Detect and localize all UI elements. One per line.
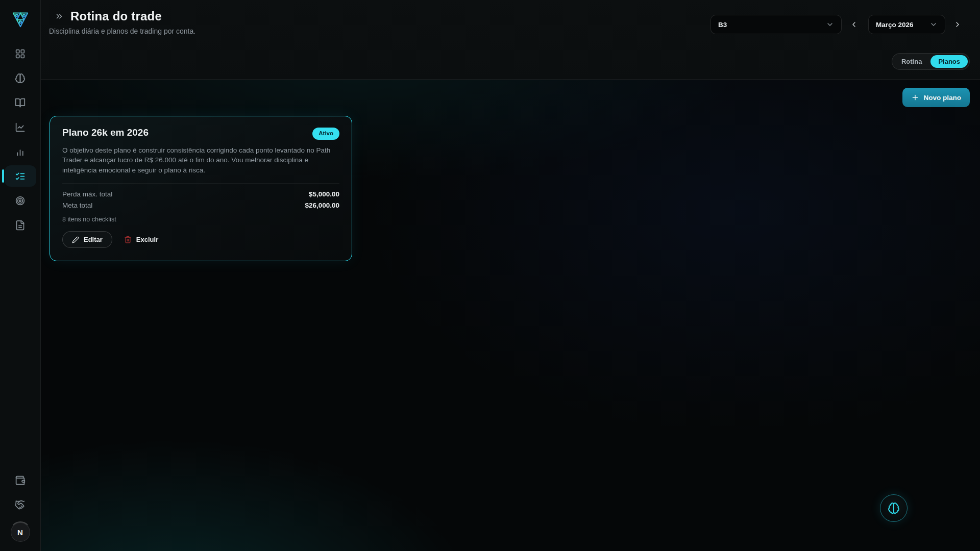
app-logo[interactable] — [9, 8, 32, 31]
next-month-button[interactable] — [950, 17, 965, 32]
header-title-block: Rotina do trade Disciplina diária e plan… — [49, 9, 195, 35]
sidebar-bottom: N — [5, 469, 36, 542]
trash-icon — [124, 236, 132, 243]
account-select-value: B3 — [718, 21, 727, 29]
wallet-icon — [15, 475, 26, 486]
line-chart-icon — [15, 122, 26, 133]
plan-card-title: Plano 26k em 2026 — [62, 127, 149, 138]
stat-value: $26,000.00 — [305, 202, 339, 209]
main-content: Novo plano Plano 26k em 2026 Ativo O obj… — [41, 80, 980, 551]
sidebar-item-performance[interactable] — [5, 116, 36, 138]
stat-value: $5,000.00 — [309, 190, 339, 198]
header-controls: B3 Março 2026 — [710, 14, 965, 35]
sidebar-item-partners[interactable] — [5, 494, 36, 515]
page-header: Rotina do trade Disciplina diária e plan… — [41, 0, 980, 80]
handshake-icon — [15, 499, 26, 510]
edit-button-label: Editar — [84, 236, 103, 243]
account-select[interactable]: B3 — [710, 15, 842, 34]
sidebar-item-stats[interactable] — [5, 141, 36, 162]
new-plan-button[interactable]: Novo plano — [902, 88, 970, 107]
plan-card-actions: Editar Excluir — [62, 231, 339, 248]
previous-month-button[interactable] — [847, 17, 861, 32]
checklist-icon — [15, 171, 26, 182]
status-badge: Ativo — [312, 128, 339, 140]
pencil-icon — [72, 236, 79, 243]
month-select[interactable]: Março 2026 — [868, 15, 945, 34]
sidebar-item-dashboard[interactable] — [5, 43, 36, 64]
divider — [62, 183, 339, 184]
stat-label: Perda máx. total — [62, 190, 112, 198]
chevrons-right-icon — [55, 12, 64, 21]
stat-row-max-loss: Perda máx. total $5,000.00 — [62, 190, 339, 198]
page-title: Rotina do trade — [70, 9, 162, 23]
dashboard-icon — [15, 48, 26, 59]
sidebar-item-reports[interactable] — [5, 214, 36, 236]
delete-button-label: Excluir — [136, 236, 158, 243]
document-icon — [15, 220, 26, 231]
view-tabs: Rotina Planos — [892, 53, 970, 70]
brain-icon — [15, 73, 26, 84]
delete-plan-button[interactable]: Excluir — [124, 236, 158, 243]
sidebar-item-journal[interactable] — [5, 92, 36, 113]
plan-description: O objetivo deste plano é construir consi… — [62, 145, 332, 176]
stat-row-total-goal: Meta total $26,000.00 — [62, 202, 339, 209]
new-plan-button-label: Novo plano — [924, 94, 962, 102]
brain-icon — [888, 502, 900, 514]
tab-rotina[interactable]: Rotina — [894, 55, 929, 68]
month-select-value: Março 2026 — [876, 21, 914, 29]
target-icon — [15, 195, 26, 206]
chevron-left-icon — [850, 20, 858, 29]
user-avatar[interactable]: N — [11, 522, 30, 542]
sidebar-item-mind[interactable] — [5, 67, 36, 89]
plus-icon — [911, 93, 919, 102]
sidebar: N — [0, 0, 41, 551]
sidebar-expand-button[interactable] — [55, 12, 64, 21]
sidebar-item-routine-checklist[interactable] — [5, 165, 36, 187]
stat-label: Meta total — [62, 202, 92, 209]
edit-plan-button[interactable]: Editar — [62, 231, 112, 248]
plan-card: Plano 26k em 2026 Ativo O objetivo deste… — [50, 116, 352, 261]
chevron-down-icon — [826, 20, 834, 29]
book-open-icon — [15, 97, 26, 108]
sidebar-item-goals[interactable] — [5, 190, 36, 211]
checklist-count-note: 8 itens no checklist — [62, 216, 339, 223]
chevron-down-icon — [929, 20, 938, 29]
tab-planos[interactable]: Planos — [930, 55, 968, 68]
bar-chart-icon — [15, 146, 26, 157]
chevron-right-icon — [953, 20, 962, 29]
sidebar-nav — [0, 43, 40, 236]
ai-assistant-button[interactable] — [880, 494, 908, 522]
sidebar-item-wallet[interactable] — [5, 469, 36, 491]
page-subtitle: Disciplina diária e planos de trading po… — [49, 27, 195, 35]
